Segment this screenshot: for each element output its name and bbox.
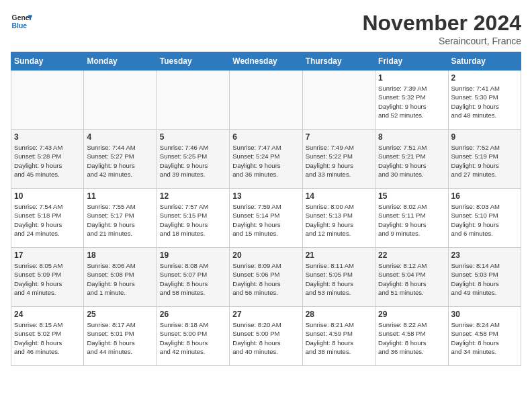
day-cell [84, 71, 157, 130]
day-cell [230, 71, 302, 130]
svg-text:Blue: Blue [12, 22, 28, 30]
day-info: Sunrise: 7:57 AM Sunset: 5:15 PM Dayligh… [160, 202, 226, 238]
day-number: 25 [87, 310, 153, 319]
day-cell: 29Sunrise: 8:22 AM Sunset: 4:58 PM Dayli… [375, 307, 448, 366]
day-cell: 10Sunrise: 7:54 AM Sunset: 5:18 PM Dayli… [11, 189, 84, 248]
day-cell: 17Sunrise: 8:05 AM Sunset: 5:09 PM Dayli… [11, 248, 84, 307]
day-cell: 21Sunrise: 8:11 AM Sunset: 5:05 PM Dayli… [302, 248, 375, 307]
day-cell: 13Sunrise: 7:59 AM Sunset: 5:14 PM Dayli… [230, 189, 302, 248]
day-number: 1 [378, 73, 445, 83]
day-info: Sunrise: 8:12 AM Sunset: 5:04 PM Dayligh… [378, 261, 445, 297]
day-info: Sunrise: 8:17 AM Sunset: 5:01 PM Dayligh… [87, 320, 153, 356]
day-info: Sunrise: 8:20 AM Sunset: 5:00 PM Dayligh… [232, 320, 299, 356]
day-cell: 27Sunrise: 8:20 AM Sunset: 5:00 PM Dayli… [230, 307, 302, 366]
day-cell: 20Sunrise: 8:09 AM Sunset: 5:06 PM Dayli… [230, 248, 302, 307]
day-number: 19 [160, 250, 226, 260]
day-cell: 7Sunrise: 7:49 AM Sunset: 5:22 PM Daylig… [302, 130, 375, 189]
day-info: Sunrise: 8:22 AM Sunset: 4:58 PM Dayligh… [378, 320, 445, 356]
column-header-monday: Monday [84, 52, 157, 71]
day-number: 26 [160, 310, 226, 319]
day-number: 24 [14, 310, 81, 319]
day-info: Sunrise: 7:47 AM Sunset: 5:24 PM Dayligh… [232, 143, 299, 179]
day-info: Sunrise: 8:08 AM Sunset: 5:07 PM Dayligh… [160, 261, 226, 297]
day-number: 22 [378, 250, 445, 260]
day-number: 27 [232, 310, 299, 319]
day-info: Sunrise: 7:59 AM Sunset: 5:14 PM Dayligh… [232, 202, 299, 238]
day-info: Sunrise: 8:00 AM Sunset: 5:13 PM Dayligh… [306, 202, 372, 238]
column-header-friday: Friday [375, 52, 448, 71]
week-row-5: 24Sunrise: 8:15 AM Sunset: 5:02 PM Dayli… [11, 307, 521, 366]
week-row-2: 3Sunrise: 7:43 AM Sunset: 5:28 PM Daylig… [11, 130, 521, 189]
day-info: Sunrise: 7:43 AM Sunset: 5:28 PM Dayligh… [14, 143, 81, 179]
day-info: Sunrise: 7:44 AM Sunset: 5:27 PM Dayligh… [87, 143, 153, 179]
day-cell: 15Sunrise: 8:02 AM Sunset: 5:11 PM Dayli… [375, 189, 448, 248]
day-cell: 4Sunrise: 7:44 AM Sunset: 5:27 PM Daylig… [84, 130, 157, 189]
week-row-4: 17Sunrise: 8:05 AM Sunset: 5:09 PM Dayli… [11, 248, 521, 307]
day-cell: 8Sunrise: 7:51 AM Sunset: 5:21 PM Daylig… [375, 130, 448, 189]
day-info: Sunrise: 8:14 AM Sunset: 5:03 PM Dayligh… [451, 261, 518, 297]
day-number: 14 [306, 191, 372, 201]
day-info: Sunrise: 8:05 AM Sunset: 5:09 PM Dayligh… [14, 261, 81, 297]
day-cell: 28Sunrise: 8:21 AM Sunset: 4:59 PM Dayli… [302, 307, 375, 366]
day-info: Sunrise: 8:18 AM Sunset: 5:00 PM Dayligh… [160, 320, 226, 356]
day-cell: 26Sunrise: 8:18 AM Sunset: 5:00 PM Dayli… [157, 307, 229, 366]
day-cell: 11Sunrise: 7:55 AM Sunset: 5:17 PM Dayli… [84, 189, 157, 248]
day-info: Sunrise: 8:09 AM Sunset: 5:06 PM Dayligh… [232, 261, 299, 297]
calendar-table: SundayMondayTuesdayWednesdayThursdayFrid… [11, 52, 521, 366]
column-header-wednesday: Wednesday [230, 52, 302, 71]
day-info: Sunrise: 7:51 AM Sunset: 5:21 PM Dayligh… [378, 143, 445, 179]
day-number: 16 [451, 191, 518, 201]
day-cell: 3Sunrise: 7:43 AM Sunset: 5:28 PM Daylig… [11, 130, 84, 189]
month-title: November 2024 [362, 11, 521, 36]
column-header-thursday: Thursday [302, 52, 375, 71]
day-info: Sunrise: 7:46 AM Sunset: 5:25 PM Dayligh… [160, 143, 226, 179]
day-cell: 14Sunrise: 8:00 AM Sunset: 5:13 PM Dayli… [302, 189, 375, 248]
day-cell: 9Sunrise: 7:52 AM Sunset: 5:19 PM Daylig… [448, 130, 521, 189]
week-row-3: 10Sunrise: 7:54 AM Sunset: 5:18 PM Dayli… [11, 189, 521, 248]
day-info: Sunrise: 7:49 AM Sunset: 5:22 PM Dayligh… [306, 143, 372, 179]
column-header-tuesday: Tuesday [157, 52, 229, 71]
day-info: Sunrise: 8:06 AM Sunset: 5:08 PM Dayligh… [87, 261, 153, 297]
day-number: 5 [160, 132, 226, 142]
day-cell [157, 71, 229, 130]
day-cell [302, 71, 375, 130]
day-number: 28 [306, 310, 372, 319]
day-number: 17 [14, 250, 81, 260]
day-number: 7 [306, 132, 372, 142]
day-info: Sunrise: 7:41 AM Sunset: 5:30 PM Dayligh… [451, 84, 518, 120]
day-info: Sunrise: 8:03 AM Sunset: 5:10 PM Dayligh… [451, 202, 518, 238]
day-cell: 23Sunrise: 8:14 AM Sunset: 5:03 PM Dayli… [448, 248, 521, 307]
day-info: Sunrise: 7:54 AM Sunset: 5:18 PM Dayligh… [14, 202, 81, 238]
column-header-saturday: Saturday [448, 52, 521, 71]
day-number: 2 [451, 73, 518, 83]
day-number: 13 [232, 191, 299, 201]
page-header: General Blue November 2024 Seraincourt, … [11, 11, 521, 46]
day-number: 23 [451, 250, 518, 260]
day-cell: 22Sunrise: 8:12 AM Sunset: 5:04 PM Dayli… [375, 248, 448, 307]
day-cell: 30Sunrise: 8:24 AM Sunset: 4:58 PM Dayli… [448, 307, 521, 366]
day-number: 20 [232, 250, 299, 260]
day-number: 6 [232, 132, 299, 142]
column-header-sunday: Sunday [11, 52, 84, 71]
day-number: 15 [378, 191, 445, 201]
day-number: 29 [378, 310, 445, 319]
day-number: 10 [14, 191, 81, 201]
title-block: November 2024 Seraincourt, France [362, 11, 521, 46]
day-number: 21 [306, 250, 372, 260]
logo: General Blue [11, 11, 32, 32]
day-number: 18 [87, 250, 153, 260]
day-cell: 6Sunrise: 7:47 AM Sunset: 5:24 PM Daylig… [230, 130, 302, 189]
day-cell: 5Sunrise: 7:46 AM Sunset: 5:25 PM Daylig… [157, 130, 229, 189]
day-info: Sunrise: 8:02 AM Sunset: 5:11 PM Dayligh… [378, 202, 445, 238]
location-subtitle: Seraincourt, France [362, 36, 521, 46]
day-info: Sunrise: 8:11 AM Sunset: 5:05 PM Dayligh… [306, 261, 372, 297]
day-number: 3 [14, 132, 81, 142]
logo-icon: General Blue [11, 11, 32, 32]
day-number: 30 [451, 310, 518, 319]
day-info: Sunrise: 7:55 AM Sunset: 5:17 PM Dayligh… [87, 202, 153, 238]
day-cell: 12Sunrise: 7:57 AM Sunset: 5:15 PM Dayli… [157, 189, 229, 248]
day-info: Sunrise: 8:21 AM Sunset: 4:59 PM Dayligh… [306, 320, 372, 356]
week-row-1: 1Sunrise: 7:39 AM Sunset: 5:32 PM Daylig… [11, 71, 521, 130]
day-number: 4 [87, 132, 153, 142]
day-cell: 1Sunrise: 7:39 AM Sunset: 5:32 PM Daylig… [375, 71, 448, 130]
